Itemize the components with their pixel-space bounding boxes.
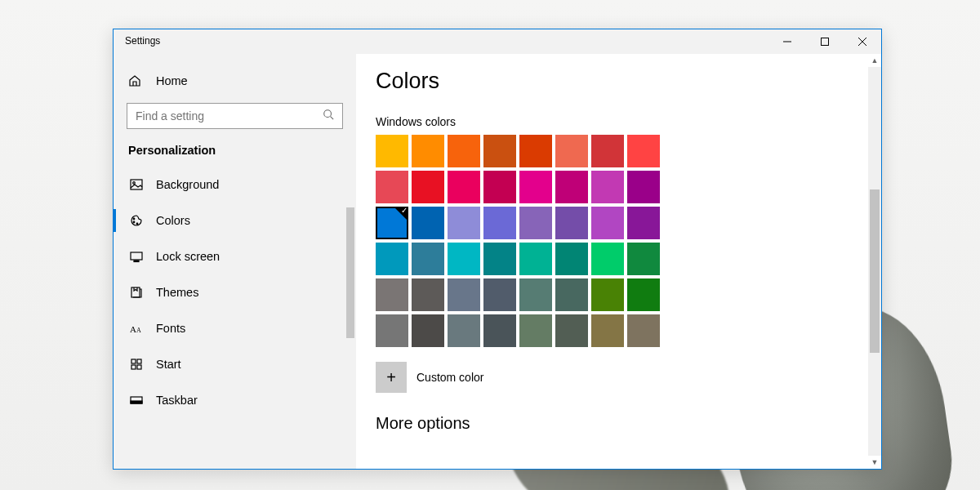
- more-options-heading: More options: [376, 414, 881, 433]
- search-input[interactable]: [136, 109, 299, 122]
- sidebar-scrollbar[interactable]: [345, 207, 356, 469]
- color-swatch[interactable]: [448, 278, 480, 311]
- sidebar-item-start[interactable]: Start: [114, 346, 356, 382]
- svg-line-5: [331, 117, 334, 120]
- home-link[interactable]: Home: [114, 64, 356, 98]
- color-swatch[interactable]: [627, 135, 660, 167]
- svg-rect-1: [822, 38, 829, 46]
- svg-rect-6: [131, 180, 142, 189]
- color-swatch[interactable]: [519, 171, 552, 203]
- color-swatch[interactable]: [376, 171, 408, 203]
- color-swatch[interactable]: [627, 207, 660, 239]
- window-title: Settings: [114, 29, 160, 47]
- color-swatch[interactable]: [412, 243, 444, 275]
- color-swatch[interactable]: [591, 278, 624, 311]
- color-swatch[interactable]: [483, 243, 516, 275]
- color-swatch[interactable]: [519, 135, 552, 167]
- color-swatch[interactable]: [591, 314, 624, 347]
- color-swatch[interactable]: [591, 243, 624, 275]
- start-icon: [128, 358, 145, 371]
- color-swatch[interactable]: [591, 135, 624, 167]
- sidebar-item-background[interactable]: Background: [114, 167, 356, 203]
- svg-point-7: [133, 182, 136, 185]
- color-swatch[interactable]: [555, 171, 588, 203]
- window-controls: [768, 29, 881, 54]
- fonts-icon: AA: [128, 322, 145, 335]
- color-swatch[interactable]: [483, 278, 516, 311]
- color-swatch[interactable]: [483, 135, 516, 167]
- color-swatch-grid: ✓: [376, 135, 881, 347]
- sidebar-item-colors[interactable]: Colors: [114, 203, 356, 238]
- search-box[interactable]: [127, 103, 343, 129]
- color-swatch[interactable]: [627, 314, 660, 347]
- color-swatch[interactable]: [448, 314, 480, 347]
- color-swatch[interactable]: [483, 314, 516, 347]
- svg-text:A: A: [130, 324, 136, 334]
- windows-colors-label: Windows colors: [376, 115, 881, 128]
- scrollbar-track[interactable]: [868, 67, 881, 456]
- color-swatch[interactable]: ✓: [376, 207, 408, 239]
- color-swatch[interactable]: [555, 135, 588, 167]
- content-pane: Colors Windows colors ✓ + Custom color M…: [356, 54, 881, 469]
- sidebar-item-lock-screen[interactable]: Lock screen: [114, 238, 356, 274]
- color-swatch[interactable]: [376, 278, 408, 311]
- sidebar-item-label: Themes: [156, 286, 198, 299]
- color-swatch[interactable]: [376, 135, 408, 167]
- palette-icon: [128, 214, 145, 227]
- search-icon: [323, 109, 334, 123]
- color-swatch[interactable]: [591, 207, 624, 239]
- color-swatch[interactable]: [412, 171, 444, 203]
- svg-rect-17: [137, 359, 141, 363]
- color-swatch[interactable]: [555, 207, 588, 239]
- sidebar-item-label: Colors: [156, 214, 190, 227]
- color-swatch[interactable]: [412, 314, 444, 347]
- scrollbar-thumb[interactable]: [346, 207, 354, 338]
- category-heading: Personalization: [114, 140, 356, 167]
- minimize-button[interactable]: [768, 29, 806, 54]
- color-swatch[interactable]: [519, 314, 552, 347]
- scroll-up-arrow[interactable]: ▲: [868, 54, 881, 67]
- color-swatch[interactable]: [376, 243, 408, 275]
- color-swatch[interactable]: [519, 207, 552, 239]
- svg-rect-16: [131, 359, 136, 363]
- titlebar[interactable]: Settings: [114, 29, 881, 54]
- color-swatch[interactable]: [555, 314, 588, 347]
- color-swatch[interactable]: [519, 243, 552, 275]
- svg-text:A: A: [136, 327, 141, 334]
- page-title: Colors: [376, 69, 881, 94]
- home-icon: [128, 74, 145, 87]
- scrollbar-thumb[interactable]: [870, 189, 880, 353]
- color-swatch[interactable]: [412, 278, 444, 311]
- sidebar-item-taskbar[interactable]: Taskbar: [114, 382, 356, 418]
- custom-color-row: + Custom color: [376, 362, 881, 393]
- color-swatch[interactable]: [412, 135, 444, 167]
- svg-rect-18: [131, 365, 136, 369]
- sidebar-item-themes[interactable]: Themes: [114, 274, 356, 310]
- content-scrollbar[interactable]: ▲ ▼: [868, 54, 881, 469]
- sidebar-item-fonts[interactable]: AAFonts: [114, 310, 356, 346]
- sidebar-item-label: Fonts: [156, 322, 185, 335]
- color-swatch[interactable]: [412, 207, 444, 239]
- scroll-down-arrow[interactable]: ▼: [868, 456, 881, 469]
- color-swatch[interactable]: [448, 243, 480, 275]
- color-swatch[interactable]: [448, 207, 480, 239]
- custom-color-button[interactable]: +: [376, 362, 407, 393]
- color-swatch[interactable]: [448, 135, 480, 167]
- color-swatch[interactable]: [555, 243, 588, 275]
- maximize-button[interactable]: [806, 29, 844, 54]
- close-button[interactable]: [844, 29, 881, 54]
- color-swatch[interactable]: [627, 278, 660, 311]
- svg-rect-21: [131, 401, 142, 403]
- svg-rect-11: [131, 252, 142, 260]
- color-swatch[interactable]: [627, 243, 660, 275]
- color-swatch[interactable]: [627, 171, 660, 203]
- picture-icon: [128, 178, 145, 191]
- color-swatch[interactable]: [519, 278, 552, 311]
- color-swatch[interactable]: [483, 171, 516, 203]
- color-swatch[interactable]: [591, 171, 624, 203]
- color-swatch[interactable]: [376, 314, 408, 347]
- svg-point-10: [136, 223, 138, 225]
- color-swatch[interactable]: [448, 171, 480, 203]
- color-swatch[interactable]: [555, 278, 588, 311]
- color-swatch[interactable]: [483, 207, 516, 239]
